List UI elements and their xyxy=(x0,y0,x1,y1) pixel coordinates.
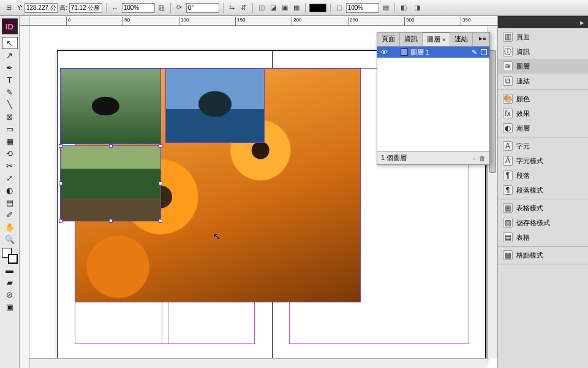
rectangle-tool[interactable]: ▭ xyxy=(2,123,18,135)
layers-icon: ≋ xyxy=(503,61,513,71)
free-transform-tool[interactable]: ⤢ xyxy=(2,172,18,184)
ruler-origin[interactable] xyxy=(20,16,29,26)
select-content-icon[interactable]: ◪ xyxy=(268,3,278,13)
close-icon[interactable]: × xyxy=(442,37,445,43)
view-mode[interactable]: ▣ xyxy=(2,301,18,313)
dock-label: 格點樣式 xyxy=(516,251,543,260)
vertical-ruler[interactable] xyxy=(20,26,29,368)
h-input[interactable] xyxy=(69,3,102,13)
opacity-icon: ▢ xyxy=(334,3,344,13)
eyedropper-tool[interactable]: ✐ xyxy=(2,209,18,221)
center-icon[interactable]: ▦ xyxy=(292,3,301,13)
rotate-input[interactable] xyxy=(186,3,219,13)
line-tool[interactable]: ╲ xyxy=(2,98,18,110)
fill-color-swatch[interactable] xyxy=(309,4,326,12)
tab-layers[interactable]: 圖層× xyxy=(423,33,450,46)
image-frame-toucan[interactable] xyxy=(60,68,161,144)
dock-label: 字元 xyxy=(516,142,530,151)
dock-table[interactable]: ▤表格 xyxy=(498,230,588,245)
zoom-tool[interactable]: 🔍 xyxy=(2,233,18,245)
frame-tool[interactable]: ⊠ xyxy=(2,110,18,123)
horizontal-ruler[interactable]: 0 50 100 150 200 250 300 350 xyxy=(29,16,497,26)
horizontal-scrollbar[interactable] xyxy=(29,358,488,368)
dock-gradient[interactable]: ◐漸層 xyxy=(498,121,588,136)
gradient-icon: ◐ xyxy=(503,123,513,133)
dock-pages[interactable]: ▥頁面 xyxy=(498,29,588,44)
apply-color[interactable]: ▬ xyxy=(2,264,18,276)
dock-cell-style[interactable]: ▧儲存格樣式 xyxy=(498,215,588,230)
apply-gradient[interactable]: ▰ xyxy=(2,276,18,288)
ruler-tick: 50 xyxy=(123,17,130,26)
dock-label: 漸層 xyxy=(516,124,530,133)
pen-tool[interactable]: ✒ xyxy=(2,61,18,74)
hand-tool[interactable]: ✋ xyxy=(2,221,18,233)
layer-row[interactable]: 👁 圖層 1 ✎ xyxy=(377,47,489,58)
apply-none[interactable]: ⊘ xyxy=(2,288,18,301)
control-bar: ⊞ Y: 高: ↔ ⛓ ⟳ ⇋ ⇵ ◫ ◪ ▣ ▦ ▢ ▤ ◧ ◨ xyxy=(0,0,588,16)
char-style-icon: Å xyxy=(503,156,513,166)
gradient-tool[interactable]: ◐ xyxy=(2,184,18,196)
selection-tool[interactable]: ↖ xyxy=(2,37,18,49)
dock-color[interactable]: 🎨顏色 xyxy=(498,91,588,106)
dock-table-style[interactable]: ▦表格樣式 xyxy=(498,201,588,215)
ruler-tick: 0 xyxy=(66,17,70,26)
dock-grid-style[interactable]: ▩格點樣式 xyxy=(498,248,588,263)
dock-info[interactable]: ⓘ資訊 xyxy=(498,44,588,59)
rotate-tool[interactable]: ⟲ xyxy=(2,147,18,159)
image-frame-forest[interactable] xyxy=(60,145,161,221)
tab-label: 連結 xyxy=(454,35,468,42)
table-style-icon: ▦ xyxy=(503,203,513,213)
dock-layers[interactable]: ≋圖層 xyxy=(498,59,588,74)
ruler-tick: 350 xyxy=(461,17,470,26)
fit-icon[interactable]: ▣ xyxy=(280,3,290,13)
tab-info[interactable]: 資訊 xyxy=(400,33,423,46)
flip-h-icon[interactable]: ⇋ xyxy=(227,3,237,13)
wrap2-icon[interactable]: ◨ xyxy=(412,3,422,13)
effects-icon[interactable]: ▤ xyxy=(381,3,391,13)
cell-style-icon: ▧ xyxy=(503,218,513,228)
visibility-icon[interactable]: 👁 xyxy=(380,48,388,56)
layers-list[interactable]: 👁 圖層 1 ✎ xyxy=(377,47,489,151)
link-scale-icon[interactable]: ⛓ xyxy=(157,3,167,13)
note-tool[interactable]: ▤ xyxy=(2,196,18,209)
dock-para[interactable]: ¶段落 xyxy=(498,168,588,183)
pencil-tool[interactable]: ✎ xyxy=(2,86,18,98)
dock-label: 資訊 xyxy=(516,47,530,56)
y-label: Y: xyxy=(17,4,23,11)
dock-collapse-bar[interactable]: ▸ xyxy=(498,16,588,28)
scissors-tool[interactable]: ✂ xyxy=(2,159,18,172)
dock-para-style[interactable]: ¶̲段落樣式 xyxy=(498,183,588,197)
dock-char-style[interactable]: Å字元樣式 xyxy=(498,153,588,168)
wrap-icon[interactable]: ◧ xyxy=(399,3,409,13)
color-icon: 🎨 xyxy=(503,94,513,104)
tab-label: 資訊 xyxy=(404,35,418,42)
reference-point-icon[interactable]: ⊞ xyxy=(4,3,13,13)
tab-pages[interactable]: 頁面 xyxy=(377,33,400,46)
dock-char[interactable]: A字元 xyxy=(498,139,588,153)
panel-tabstrip: 頁面 資訊 圖層× 連結 ▸≡ xyxy=(377,33,489,47)
panel-menu-icon[interactable]: ▸≡ xyxy=(476,33,489,46)
pages-icon: ▥ xyxy=(503,32,513,42)
y-input[interactable] xyxy=(24,3,58,13)
layers-panel[interactable]: 頁面 資訊 圖層× 連結 ▸≡ 👁 圖層 1 ✎ 1 個圖層 ▫ 🗑 xyxy=(377,32,490,165)
opacity-input[interactable] xyxy=(346,3,379,13)
dock-label: 頁面 xyxy=(516,33,530,42)
dock-links[interactable]: ⧉連結 xyxy=(498,74,588,88)
fill-stroke-control[interactable] xyxy=(2,248,18,264)
grid-tool[interactable]: ▦ xyxy=(2,135,18,147)
type-tool[interactable]: T xyxy=(2,74,18,86)
select-container-icon[interactable]: ◫ xyxy=(257,3,266,13)
app-logo: ID xyxy=(2,18,18,34)
image-frame-whale[interactable] xyxy=(165,68,265,143)
flip-v-icon[interactable]: ⇵ xyxy=(239,3,249,13)
delete-layer-icon[interactable]: 🗑 xyxy=(479,155,486,162)
dock-label: 字元樣式 xyxy=(516,156,543,166)
para-icon: ¶ xyxy=(503,171,513,180)
scale-x-input[interactable] xyxy=(122,3,155,13)
tab-links[interactable]: 連結 xyxy=(450,33,473,46)
links-icon: ⧉ xyxy=(503,76,513,86)
dock-effects[interactable]: fx效果 xyxy=(498,106,588,121)
new-layer-icon[interactable]: ▫ xyxy=(473,155,475,162)
direct-selection-tool[interactable]: ↗ xyxy=(2,49,18,61)
layer-name[interactable]: 圖層 1 xyxy=(410,48,429,57)
